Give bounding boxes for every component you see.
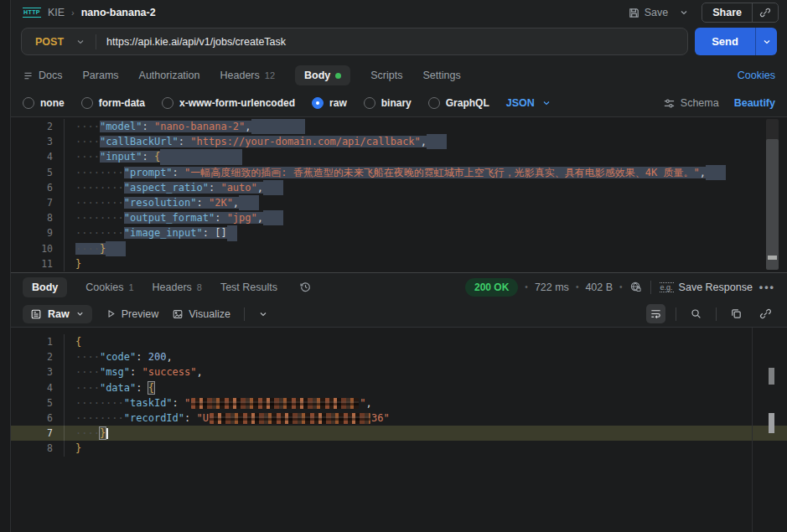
tab-label: Body [304, 70, 330, 81]
preview-label: Preview [122, 308, 158, 320]
response-tab-test-results[interactable]: Test Results [220, 281, 277, 293]
sliders-icon [663, 97, 676, 110]
link-icon [759, 307, 772, 320]
scrollbar-marker [768, 256, 777, 260]
beautify-button[interactable]: Beautify [734, 97, 775, 109]
radio-label: form-data [99, 97, 145, 109]
save-icon [628, 7, 640, 19]
radio-label: x-www-form-urlencoded [179, 97, 295, 109]
tab-authorization[interactable]: Authorization [139, 70, 200, 81]
radio-binary[interactable]: binary [364, 97, 412, 109]
redacted-value [210, 413, 370, 424]
tab-body[interactable]: Body [295, 65, 350, 85]
code-line: 9········"image_input": [] [11, 225, 787, 240]
meta-separator-dot: • [576, 282, 579, 292]
visualize-options-chevron[interactable] [258, 309, 268, 319]
share-button[interactable]: Share [702, 3, 752, 22]
collapsed-sidebar-strip[interactable] [0, 0, 11, 532]
chevron-down-icon [75, 37, 85, 47]
line-number: 8 [11, 210, 65, 225]
raw-text-icon [30, 308, 42, 320]
response-tab-headers[interactable]: Headers8 [153, 281, 202, 293]
tab-label: Params [82, 70, 118, 81]
request-header-bar: HTTP KIE › nano-banana-2 Save Share [11, 0, 787, 25]
cookies-link[interactable]: Cookies [738, 70, 775, 81]
send-button[interactable]: Send [695, 28, 755, 55]
request-tabs-bar: Docs Params Authorization Headers12 Body… [11, 61, 787, 90]
more-options-button[interactable]: ••• [759, 281, 775, 293]
code-line: 3····"callBackUrl": "https://your-domain… [11, 134, 787, 149]
save-response-button[interactable]: e.g. Save Response [660, 281, 753, 293]
search-icon [690, 307, 702, 320]
code-line: 8········"output_format": "jpg", [11, 210, 787, 225]
chevron-down-icon [762, 37, 772, 47]
line-number: 7 [11, 195, 65, 210]
radio-graphql[interactable]: GraphQL [428, 97, 489, 109]
wrap-text-button[interactable] [646, 304, 665, 323]
url-input[interactable]: https://api.kie.ai/api/v1/jobs/createTas… [96, 36, 296, 48]
format-selector[interactable]: JSON [506, 97, 551, 109]
tab-headers[interactable]: Headers12 [220, 70, 276, 81]
radio-icon [428, 97, 440, 109]
send-options-chevron[interactable] [755, 28, 777, 55]
line-number: 2 [11, 119, 65, 134]
code-line: 2····"model": "nano-banana-2", [11, 119, 787, 134]
line-number: 3 [11, 364, 65, 380]
radio-label: binary [381, 97, 412, 109]
response-editor-scrollbar[interactable] [752, 328, 787, 532]
line-number: 1 [11, 334, 65, 349]
network-globe-lock-icon[interactable] [629, 281, 642, 293]
line-number: 5 [11, 395, 65, 411]
response-view-mode-dropdown[interactable]: Raw [23, 305, 92, 323]
radio-x-www-form-urlencoded[interactable]: x-www-form-urlencoded [162, 97, 295, 109]
save-options-chevron[interactable] [676, 6, 691, 19]
copy-button[interactable] [727, 304, 746, 323]
code-line: 2····"code": 200, [11, 349, 787, 364]
example-icon: e.g. [660, 282, 674, 292]
response-tab-cookies[interactable]: Cookies1 [85, 281, 133, 293]
search-button[interactable] [686, 304, 706, 323]
radio-form-data[interactable]: form-data [81, 97, 145, 109]
tab-label: Scripts [370, 70, 402, 81]
chevron-down-icon [679, 8, 689, 18]
tab-count: 8 [197, 282, 202, 292]
response-tabs-bar: Body Cookies1 Headers8 Test Results 200 … [11, 273, 787, 301]
tab-docs[interactable]: Docs [23, 70, 62, 81]
request-body-editor[interactable]: 2····"model": "nano-banana-2",3····"call… [11, 116, 787, 272]
radio-selected-icon [312, 97, 324, 109]
line-number: 11 [11, 256, 65, 271]
copy-link-button[interactable] [752, 3, 778, 22]
response-tab-body[interactable]: Body [23, 277, 67, 297]
format-label: JSON [506, 97, 535, 109]
request-editor-scrollbar[interactable] [766, 119, 779, 270]
tab-scripts[interactable]: Scripts [370, 70, 402, 81]
response-time: 722 ms [535, 281, 569, 293]
code-line: 4····"input": { [11, 149, 787, 164]
scrollbar-thumb[interactable] [769, 413, 774, 433]
postman-app-window: HTTP KIE › nano-banana-2 Save Share [0, 0, 787, 532]
radio-icon [162, 97, 173, 109]
visualize-label: Visualize [189, 308, 230, 320]
url-bar: POST https://api.kie.ai/api/v1/jobs/crea… [21, 28, 688, 55]
radio-label: none [40, 97, 65, 109]
response-history-button[interactable] [296, 277, 315, 297]
breadcrumb-workspace[interactable]: KIE [48, 7, 65, 18]
response-body-editor[interactable]: 1{2····"code": 200,3····"msg": "success"… [11, 327, 787, 532]
save-button[interactable]: Save [624, 4, 672, 22]
code-line: 5········"taskId": "", [11, 395, 787, 411]
code-line: 3····"msg": "success", [11, 364, 787, 380]
tab-params[interactable]: Params [82, 70, 118, 81]
code-line: 6········"recordId": "U36" [11, 411, 787, 426]
copy-link-button[interactable] [756, 304, 775, 323]
line-number: 4 [11, 149, 65, 164]
preview-button[interactable]: Preview [106, 308, 158, 320]
schema-button[interactable]: Schema [663, 97, 719, 110]
visualize-button[interactable]: Visualize [172, 308, 230, 320]
breadcrumb-request-name[interactable]: nano-banana-2 [81, 7, 156, 18]
tab-settings[interactable]: Settings [422, 70, 460, 81]
scrollbar-thumb[interactable] [766, 139, 779, 270]
radio-none[interactable]: none [23, 97, 65, 109]
method-selector[interactable]: POST [22, 36, 96, 48]
radio-raw[interactable]: raw [312, 97, 347, 109]
method-label: POST [35, 36, 64, 48]
